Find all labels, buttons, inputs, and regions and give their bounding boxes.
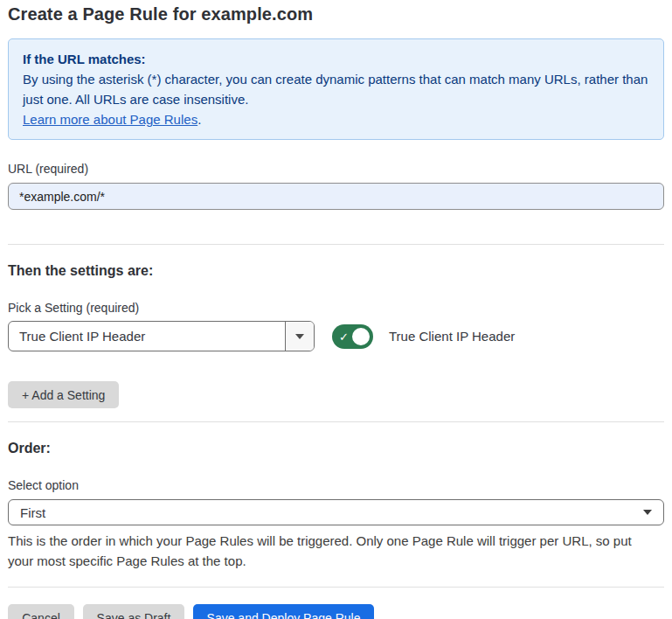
info-box-body: By using the asterisk (*) character, you… [23,69,649,109]
setting-select-value: True Client IP Header [9,322,285,351]
save-as-draft-button[interactable]: Save as Draft [83,604,184,619]
setting-select[interactable]: True Client IP Header [8,321,315,351]
divider [8,421,664,422]
chevron-down-icon [643,510,652,515]
cancel-button[interactable]: Cancel [8,604,74,619]
chevron-down-icon [295,334,304,339]
page-rule-form: Create a Page Rule for example.com If th… [0,4,672,619]
setting-select-arrow-button[interactable] [285,322,314,351]
order-help-text: This is the order in which your Page Rul… [8,531,659,571]
check-icon: ✓ [339,330,349,343]
info-box-heading: If the URL matches: [23,49,649,69]
order-select-label: Select option [8,478,664,492]
link-period: . [197,112,201,127]
settings-section-heading: Then the settings are: [8,263,664,279]
order-section-heading: Order: [8,441,664,456]
toggle-knob [350,326,371,347]
url-field-label: URL (required) [8,162,664,176]
setting-picker-label: Pick a Setting (required) [8,301,664,315]
setting-row: True Client IP Header ✓ True Client IP H… [8,321,664,351]
toggle-label: True Client IP Header [389,329,515,344]
url-match-info-box: If the URL matches: By using the asteris… [8,38,664,140]
divider [8,244,664,245]
order-select[interactable]: First [8,499,664,525]
order-select-value: First [20,505,45,520]
true-client-ip-toggle[interactable]: ✓ [332,324,373,349]
info-box-link-line: Learn more about Page Rules. [23,109,649,129]
divider [8,587,664,588]
save-and-deploy-button[interactable]: Save and Deploy Page Rule [193,604,374,619]
learn-more-link[interactable]: Learn more about Page Rules [23,112,197,127]
page-title: Create a Page Rule for example.com [8,4,664,24]
footer-buttons: Cancel Save as Draft Save and Deploy Pag… [8,604,664,619]
add-setting-button[interactable]: + Add a Setting [8,381,119,408]
url-input[interactable] [8,183,664,210]
